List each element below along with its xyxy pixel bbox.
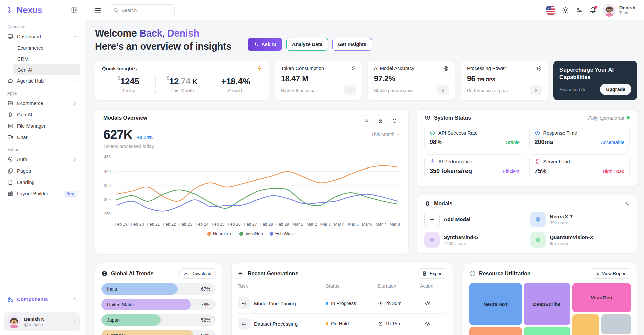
kpi-more-button[interactable] bbox=[437, 85, 449, 95]
chart-total: 627K bbox=[103, 128, 132, 142]
modals-settings-icon[interactable] bbox=[624, 201, 630, 206]
grid-view-button[interactable] bbox=[375, 115, 386, 126]
section-label-apps: Apps bbox=[7, 91, 77, 96]
ask-ai-button[interactable]: Ask AI bbox=[248, 38, 282, 51]
sidebar-item-file-manager[interactable]: File Manager bbox=[4, 120, 80, 132]
kpi-more-button[interactable] bbox=[344, 85, 356, 95]
chart-legend: NeuraTextVisioGenEchoWave bbox=[103, 231, 400, 236]
status-server-load: Server Load 75%High Load bbox=[529, 154, 630, 179]
app-logo[interactable]: Nexus bbox=[7, 5, 42, 15]
user-handle: @withden bbox=[24, 322, 45, 327]
sidebar-item-chat[interactable]: Chat bbox=[4, 132, 80, 143]
x-axis-label: Feb 21 bbox=[147, 222, 160, 227]
pages-icon bbox=[7, 168, 13, 174]
export-button[interactable]: Export bbox=[418, 268, 447, 279]
bar-value: 80% bbox=[201, 333, 210, 335]
sidebar-item-auth[interactable]: Auth bbox=[4, 154, 80, 165]
shapes-icon bbox=[7, 296, 14, 303]
line-chart: 450400350300250 bbox=[103, 154, 400, 221]
sidebar: Nexus Overview Dashboard Ecommerce CRM G… bbox=[0, 0, 85, 335]
avatar bbox=[7, 315, 21, 328]
upgrade-button[interactable]: Upgrade bbox=[600, 84, 631, 95]
treemap-block[interactable] bbox=[601, 314, 631, 334]
status-response-time: Response Time 200msAcceptable bbox=[529, 126, 630, 150]
globe-icon bbox=[101, 270, 108, 277]
sidebar-item-label: Gen AI bbox=[17, 112, 32, 117]
language-flag-icon[interactable] bbox=[546, 6, 555, 15]
hamburger-menu-icon[interactable] bbox=[94, 7, 102, 14]
server-stack-icon bbox=[7, 123, 13, 129]
treemap-block-neuratext[interactable]: NeuraText bbox=[469, 283, 522, 325]
treemap-block-visiogen[interactable]: VisioGen bbox=[572, 283, 631, 312]
generations-table: Task Status Duration Action Model Fine-T… bbox=[232, 279, 453, 334]
bar-label: United States bbox=[107, 302, 135, 307]
refresh-button[interactable] bbox=[389, 115, 400, 126]
sidebar-item-landing[interactable]: Landing bbox=[4, 177, 80, 188]
get-insights-button[interactable]: Get Insights bbox=[332, 38, 372, 51]
x-axis-label: Mar 3 bbox=[320, 222, 331, 227]
sidebar-item-pages[interactable]: Pages bbox=[4, 165, 80, 177]
x-axis-label: Feb 22 bbox=[163, 222, 176, 227]
brain-icon bbox=[7, 112, 13, 118]
resource-utilization-card: Resource Utilization View Report NeuraTe… bbox=[463, 263, 637, 335]
sidebar-subitem-gen-ai[interactable]: Gen AI bbox=[13, 64, 80, 75]
recent-title: Recent Generations bbox=[248, 271, 298, 277]
sidebar-item-gen-ai[interactable]: Gen AI bbox=[4, 109, 80, 120]
logo-text: Nexus bbox=[17, 5, 42, 15]
modal-item-neurax[interactable]: NeuraX-799k users bbox=[530, 212, 630, 227]
sidebar-item-agentic-hub[interactable]: Agentic Hub bbox=[4, 75, 80, 87]
chevrons-up-down-icon bbox=[72, 319, 77, 324]
table-row-model-fine-tuning[interactable]: Model Fine-Tuning In Progress 2h 30m bbox=[238, 293, 447, 314]
download-button[interactable]: Download bbox=[179, 268, 216, 279]
legend-item: NeuraText bbox=[207, 231, 233, 236]
notifications-bell-icon[interactable] bbox=[589, 7, 596, 14]
x-axis-label: Feb 26 bbox=[228, 222, 240, 227]
x-axis-label: Feb 27 bbox=[244, 222, 257, 227]
treemap-block[interactable] bbox=[469, 327, 522, 335]
view-report-button[interactable]: View Report bbox=[591, 268, 631, 279]
modal-item-synthamind[interactable]: SynthaMind-5120k users bbox=[424, 232, 524, 248]
sidebar-item-label: Dashboard bbox=[17, 34, 41, 39]
treemap-block[interactable] bbox=[524, 327, 570, 335]
pentagon-icon bbox=[530, 232, 546, 248]
x-axis-label: Mar 8 bbox=[389, 222, 400, 227]
x-axis-label: Feb 28 bbox=[260, 222, 273, 227]
sidebar-item-layout-builder[interactable]: Layout Builder New bbox=[4, 188, 80, 199]
heart-pulse-icon bbox=[424, 115, 431, 121]
clock-icon bbox=[535, 130, 540, 136]
logo-mark-icon bbox=[7, 6, 14, 14]
sidebar-item-components[interactable]: Components bbox=[4, 293, 80, 306]
trend-bars: India67% United States78% Japan52% Germa… bbox=[95, 279, 222, 335]
bar-chart-icon bbox=[595, 271, 600, 276]
add-modal-button[interactable]: Add Modal bbox=[424, 212, 524, 227]
chevron-right-icon bbox=[73, 101, 77, 106]
period-dropdown[interactable]: This Month bbox=[371, 132, 400, 137]
search-box[interactable] bbox=[109, 4, 175, 16]
modal-item-quantumvision[interactable]: QuantumVision-X85k users bbox=[530, 232, 630, 248]
treemap-block[interactable] bbox=[572, 314, 600, 335]
settings-sliders-icon[interactable] bbox=[576, 7, 583, 14]
analyze-data-button[interactable]: Analyze Data bbox=[286, 38, 328, 51]
pin-icon[interactable] bbox=[257, 66, 262, 71]
sort-button[interactable] bbox=[361, 115, 372, 126]
bar-value: 78% bbox=[201, 302, 210, 307]
topbar-user[interactable]: Denish Team bbox=[603, 4, 635, 17]
sidebar-item-ecommerce[interactable]: Ecommerce bbox=[4, 97, 80, 109]
layout-grid-icon bbox=[7, 191, 13, 197]
view-eye-icon[interactable] bbox=[420, 321, 447, 327]
sidebar-item-dashboard[interactable]: Dashboard bbox=[4, 31, 80, 42]
sidebar-subitem-crm[interactable]: CRM bbox=[13, 53, 80, 64]
sidebar-subitem-ecommerce[interactable]: Ecommerce bbox=[13, 42, 80, 53]
sidebar-user-profile[interactable]: Denish N @withden bbox=[4, 312, 80, 331]
treemap-block-deepscribe[interactable]: DeepScribe bbox=[524, 283, 570, 325]
search-icon bbox=[113, 8, 119, 13]
theme-toggle-sun-icon[interactable] bbox=[562, 7, 569, 14]
kpi-more-button[interactable] bbox=[530, 85, 542, 95]
bar-label: Germany bbox=[107, 333, 126, 335]
search-input[interactable] bbox=[122, 8, 165, 13]
sidebar-collapse-icon[interactable] bbox=[71, 7, 78, 13]
x-axis-label: Mar 6 bbox=[362, 222, 372, 227]
sidebar-item-label: File Manager bbox=[17, 123, 46, 129]
table-row-dataset-processing[interactable]: Dataset Processing On Hold 1h 15m bbox=[238, 314, 447, 334]
view-eye-icon[interactable] bbox=[420, 300, 447, 306]
